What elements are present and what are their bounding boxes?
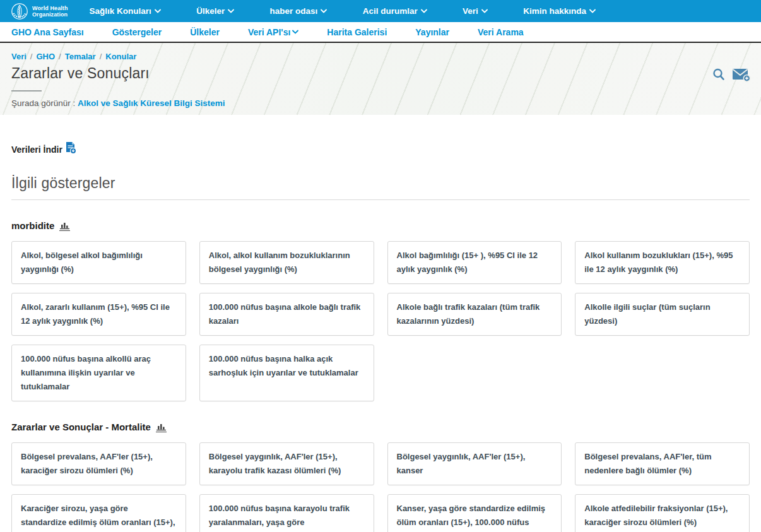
indicator-card-label: Alkol bağımlılığı (15+ ), %95 CI ile 12 … [397,249,552,276]
indicator-card[interactable]: 100.000 nüfus başına karayolu trafik yar… [199,494,374,532]
breadcrumb-link[interactable]: Veri [11,52,27,61]
indicator-card[interactable]: Alkol, bölgesel alkol bağımlılığı yaygın… [11,241,186,284]
indicator-card-label: Alkol, bölgesel alkol bağımlılığı yaygın… [21,249,175,276]
top-nav-item-label: Sağlık Konuları [90,6,151,16]
indicator-card[interactable]: Kanser, yaşa göre standardize edilmiş öl… [387,494,562,532]
main-content: Verileri İndir İlgili göstergeler morbid… [0,115,761,532]
breadcrumb-separator: / [100,52,102,61]
indicator-card-label: 100.000 nüfus başına alkole bağlı trafik… [209,300,363,328]
top-nav-item-label: Kimin hakkında [523,6,586,16]
section-heading-row: Zararlar ve Sonuçlar - Mortalite [11,422,750,432]
chevron-down-icon [321,9,327,13]
indicator-card[interactable]: Alkole bağlı trafik kazaları (tüm trafik… [387,293,562,336]
breadcrumb-link[interactable]: GHO [36,52,55,61]
sub-nav-item[interactable]: Veri API'sı [248,27,298,37]
section-divider [11,199,750,200]
indicator-card-label: 100.000 nüfus başına halka açık sarhoşlu… [209,352,363,380]
download-data-row[interactable]: Verileri İndir [11,141,750,157]
top-nav-item-label: Veri [463,6,478,16]
card-grid: Alkol, bölgesel alkol bağımlılığı yaygın… [11,241,750,401]
sub-nav-item[interactable]: Harita Galerisi [327,27,387,37]
related-indicators-heading: İlgili göstergeler [11,175,750,192]
top-nav-item[interactable]: Sağlık Konuları [90,6,161,16]
who-logotype: World Health Organization [32,5,68,18]
indicator-card-label: Alkole bağlı trafik kazaları (tüm trafik… [397,300,552,328]
sub-nav-item[interactable]: Yayınlar [415,27,449,37]
indicator-card[interactable]: Bölgesel prevalans, AAF'ler (15+), karac… [11,442,186,485]
bar-chart-icon[interactable] [156,422,167,432]
sub-nav-item-label: Yayınlar [415,27,449,37]
sub-nav-item-label: Göstergeler [112,27,162,37]
section-title: morbidite [11,220,54,231]
top-nav-item-label: Acil durumlar [363,6,418,16]
bar-chart-icon[interactable] [59,221,70,231]
chevron-down-icon [155,9,161,13]
top-nav-item[interactable]: Veri [463,6,488,16]
indicator-card[interactable]: Karaciğer sirozu, yaşa göre standardize … [11,494,186,532]
appears-in-link[interactable]: Alkol ve Sağlık Küresel Bilgi Sistemi [78,98,225,108]
sub-nav-item[interactable]: GHO Ana Sayfası [11,27,84,37]
indicator-card-label: Alkol kullanım bozuklukları (15+), %95 i… [584,249,739,276]
indicator-card[interactable]: Alkol bağımlılığı (15+ ), %95 CI ile 12 … [387,241,562,284]
appears-in-label: Şurada görünür : [11,98,75,108]
sub-nav-item-label: Veri Arama [478,27,524,37]
indicator-card-label: Alkol, zararlı kullanım (15+), %95 CI il… [21,300,175,328]
indicator-card[interactable]: Alkolle ilgili suçlar (tüm suçların yüzd… [575,293,750,336]
indicator-card[interactable]: Bölgesel yaygınlık, AAF'ler (15+), kanse… [387,442,562,485]
card-grid: Bölgesel prevalans, AAF'ler (15+), karac… [11,442,750,532]
indicator-card-label: Karaciğer sirozu, yaşa göre standardize … [21,502,175,532]
indicator-section: morbidite Alkol, bölgesel alkol bağımlıl… [11,220,750,401]
indicator-card-label: Bölgesel yaygınlık, AAF'ler (15+), kanse… [397,450,552,478]
top-navigation-bar: World Health Organization Sağlık Konular… [0,0,761,22]
indicator-card-label: Alkolle ilgili suçlar (tüm suçların yüzd… [584,300,739,328]
indicator-card-label: Bölgesel prevalans, AAF'ler, tüm nedenle… [584,450,739,478]
chevron-down-icon [421,9,427,13]
indicator-card[interactable]: 100.000 nüfus başına alkole bağlı trafik… [199,293,374,336]
header-action-icons [712,67,751,85]
indicator-card[interactable]: 100.000 nüfus başına alkollü araç kullan… [11,345,186,401]
top-nav-item[interactable]: Acil durumlar [363,6,427,16]
indicator-card-label: Alkol, alkol kullanım bozukluklarının bö… [209,249,363,276]
indicator-card[interactable]: 100.000 nüfus başına halka açık sarhoşlu… [199,345,374,401]
mail-subscribe-icon[interactable] [732,67,751,85]
who-logo[interactable]: World Health Organization [11,3,68,20]
indicator-card-label: Bölgesel yaygınlık, AAF'ler (15+), karay… [209,450,363,478]
top-nav-item[interactable]: Kimin hakkında [523,6,596,16]
indicator-card[interactable]: Bölgesel prevalans, AAF'ler, tüm nedenle… [575,442,750,485]
top-nav-item[interactable]: Ülkeler [196,6,234,16]
sub-nav-item-label: Harita Galerisi [327,27,387,37]
breadcrumb-link[interactable]: Temalar [65,52,96,61]
breadcrumb-link[interactable]: Konular [105,52,136,61]
indicator-sections: morbidite Alkol, bölgesel alkol bağımlıl… [11,220,750,532]
top-nav-item-label: haber odası [270,6,318,16]
sub-nav-item[interactable]: Veri Arama [478,27,524,37]
sub-nav-item[interactable]: Ülkeler [190,27,220,37]
download-data-label[interactable]: Verileri İndir [11,145,62,155]
sub-nav-item-label: Ülkeler [190,27,220,37]
download-file-icon[interactable] [65,141,77,157]
sub-nav-item-label: Veri API'sı [248,27,290,37]
indicator-card[interactable]: Alkol kullanım bozuklukları (15+), %95 i… [575,241,750,284]
breadcrumb-separator: / [59,52,61,61]
indicator-section: Zararlar ve Sonuçlar - Mortalite Bölgese… [11,422,750,532]
search-icon[interactable] [712,68,726,84]
top-nav-item[interactable]: haber odası [270,6,327,16]
indicator-card[interactable]: Alkol, zararlı kullanım (15+), %95 CI il… [11,293,186,336]
indicator-card[interactable]: Alkole atfedilebilir fraksiyonlar (15+),… [575,494,750,532]
chevron-down-icon [589,9,596,13]
page-header: Veri / GHO / Temalar / Konular Zararlar … [0,43,761,115]
indicator-card[interactable]: Alkol, alkol kullanım bozukluklarının bö… [199,241,374,284]
chevron-down-icon [481,9,488,13]
chevron-down-icon [292,30,298,34]
breadcrumb: Veri / GHO / Temalar / Konular [11,52,750,61]
indicator-card[interactable]: Bölgesel yaygınlık, AAF'ler (15+), karay… [199,442,374,485]
sub-nav-item[interactable]: Göstergeler [112,27,162,37]
breadcrumb-separator: / [30,52,33,61]
appears-in-row: Şurada görünür : Alkol ve Sağlık Küresel… [11,98,750,108]
indicator-card-label: Kanser, yaşa göre standardize edilmiş öl… [397,502,552,532]
indicator-card-label: Alkole atfedilebilir fraksiyonlar (15+),… [584,502,739,529]
who-emblem-icon [11,3,28,20]
chevron-down-icon [228,9,234,13]
sub-nav-item-label: GHO Ana Sayfası [11,27,84,37]
indicator-card-label: 100.000 nüfus başına alkollü araç kullan… [21,352,175,394]
